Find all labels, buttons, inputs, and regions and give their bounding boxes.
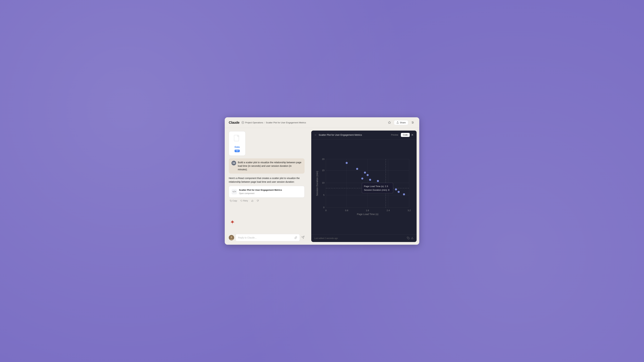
user-message: SM Build a scatter plot to visualize the… [229, 158, 304, 174]
preview-container: ← Scatter Plot for User Engagement Metri… [311, 131, 416, 242]
project-icon [242, 121, 244, 124]
user-avatar-small [229, 235, 234, 240]
back-button[interactable]: ← [314, 133, 317, 136]
svg-point-50 [398, 191, 400, 193]
breadcrumb-project[interactable]: Project Operations [245, 121, 263, 124]
scatter-chart: 0 5 10 15 20 0 0.8 1.6 2.4 3.2 [314, 143, 413, 231]
user-photo [229, 235, 234, 240]
content: Data TXT SM Build a scatter plot to visu… [225, 128, 419, 245]
user-message-text: Build a scatter plot to visualize the re… [238, 161, 302, 171]
tab-code[interactable]: Code [401, 133, 410, 137]
svg-point-49 [395, 188, 397, 190]
preview-title: Scatter Plot for User Engagement Metrics [319, 134, 362, 136]
svg-point-40 [346, 162, 348, 164]
retry-button[interactable]: Retry [240, 199, 249, 203]
svg-text:20: 20 [322, 158, 324, 160]
input-row: Reply to Claude... [229, 234, 304, 241]
breadcrumb: Project Operations / Scatter Plot for Us… [242, 121, 306, 124]
svg-point-45 [369, 179, 371, 181]
reply-input-box[interactable]: Reply to Claude... [236, 234, 300, 241]
file-name: Data [234, 146, 240, 148]
copy-preview-button[interactable] [407, 237, 410, 240]
footer-actions [407, 237, 414, 240]
svg-rect-52 [362, 183, 393, 193]
svg-rect-9 [230, 200, 232, 202]
svg-rect-8 [234, 135, 239, 141]
tab-preview[interactable]: Preview [389, 133, 400, 137]
thumbs-up-button[interactable] [250, 199, 254, 202]
thumbs-up-icon [252, 200, 254, 202]
svg-text:Page Load Time (s): 2.3: Page Load Time (s): 2.3 [364, 185, 388, 188]
header-left: Claude Project Operations / Scatter Plot… [229, 121, 306, 124]
svg-text:0: 0 [323, 206, 324, 209]
preview-header: ← Scatter Plot for User Engagement Metri… [311, 131, 416, 139]
preview-footer: Last edited 2 seconds ago [311, 234, 416, 242]
svg-rect-55 [408, 238, 410, 239]
download-icon [411, 237, 414, 239]
share-label: Share [400, 121, 406, 124]
copy-icon [230, 200, 232, 202]
svg-point-43 [364, 172, 366, 174]
component-info: Scatter Plot for User Engagement Metrics… [239, 188, 302, 195]
share-icon [396, 121, 399, 124]
input-area: Reply to Claude... [229, 232, 304, 241]
thumbs-down-icon [257, 200, 259, 202]
file-card[interactable]: Data TXT [229, 131, 246, 156]
chart-area: 0 5 10 15 20 0 0.8 1.6 2.4 3.2 [311, 139, 416, 234]
settings-icon [411, 121, 414, 124]
main-container: Claude Project Operations / Scatter Plot… [225, 117, 419, 245]
svg-point-41 [356, 168, 358, 170]
file-badge: TXT [234, 150, 240, 152]
svg-text:0: 0 [325, 209, 327, 212]
attachment-icon [294, 236, 297, 239]
retry-icon [240, 200, 242, 202]
svg-text:1.6: 1.6 [366, 209, 369, 212]
retry-label: Retry [243, 200, 248, 202]
svg-point-12 [230, 236, 232, 238]
svg-point-6 [413, 122, 414, 123]
assistant-message: Here's a React component that creates a … [229, 176, 304, 203]
reply-placeholder: Reply to Claude... [238, 236, 256, 239]
svg-text:Page Load Time (s): Page Load Time (s) [357, 213, 378, 216]
component-card[interactable]: </> Scatter Plot for User Engagement Met… [229, 186, 304, 198]
svg-text:2.4: 2.4 [386, 209, 390, 212]
user-avatar: SM [232, 161, 236, 165]
svg-text:0.8: 0.8 [345, 209, 348, 212]
preview-title-row: ← Scatter Plot for User Engagement Metri… [314, 133, 362, 136]
chat-panel: Data TXT SM Build a scatter plot to visu… [225, 128, 308, 245]
close-button[interactable]: ✕ [411, 133, 414, 137]
svg-text:15: 15 [322, 169, 324, 172]
star-button[interactable] [387, 120, 392, 125]
svg-point-51 [403, 193, 405, 195]
message-actions: Copy Retry [229, 199, 304, 203]
svg-marker-1 [388, 121, 391, 124]
code-icon: </> [232, 189, 237, 194]
svg-text:5: 5 [323, 194, 324, 196]
last-edited-text: Last edited 2 seconds ago [314, 237, 338, 240]
copy-preview-icon [407, 237, 410, 239]
header-right: Share [387, 120, 415, 125]
share-button[interactable]: Share [394, 120, 408, 125]
header: Claude Project Operations / Scatter Plot… [225, 117, 419, 128]
component-title: Scatter Plot for User Engagement Metrics [239, 188, 302, 192]
file-icon [234, 135, 240, 144]
download-button[interactable] [411, 237, 414, 240]
svg-point-42 [361, 177, 363, 179]
claude-logo-icon [230, 220, 235, 225]
copy-button[interactable]: Copy [229, 199, 238, 203]
settings-button[interactable] [410, 120, 415, 125]
assistant-text: Here's a React component that creates a … [229, 176, 304, 184]
claude-asterisk [230, 220, 235, 226]
component-subtitle: Open component [239, 192, 302, 195]
svg-text:10: 10 [322, 182, 324, 184]
send-icon[interactable] [301, 236, 304, 240]
svg-point-5 [412, 121, 412, 122]
copy-label: Copy [232, 200, 237, 202]
preview-tabs: Preview Code [389, 133, 410, 137]
thumbs-down-button[interactable] [256, 199, 260, 202]
svg-point-10 [232, 222, 233, 223]
logo: Claude [229, 121, 240, 124]
svg-point-7 [412, 123, 413, 123]
svg-point-44 [366, 174, 368, 176]
preview-panel: ← Scatter Plot for User Engagement Metri… [308, 128, 419, 245]
